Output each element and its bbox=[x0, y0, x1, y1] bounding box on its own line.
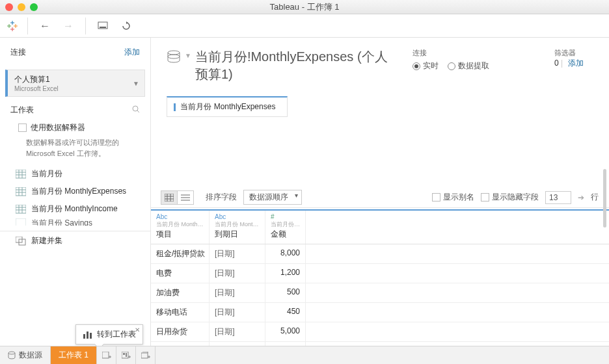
svg-rect-53 bbox=[141, 353, 148, 358]
sheet-grid-icon bbox=[16, 170, 26, 179]
table-row[interactable]: 移动电话[日期]450 bbox=[151, 303, 609, 322]
cell: 租金/抵押贷款 bbox=[151, 244, 210, 263]
list-icon bbox=[181, 194, 190, 202]
grid-header: Abc 当前月份 Monthly... 项目 Abc 当前月份 Monthly.… bbox=[151, 211, 609, 244]
new-worksheet-icon bbox=[102, 352, 111, 359]
presentation-button[interactable] bbox=[94, 17, 112, 35]
column-header[interactable]: # 当前月份 M... 金额 bbox=[265, 211, 306, 244]
go-to-sheet-tooltip[interactable]: 转到工作表 ✕ bbox=[75, 324, 143, 344]
sheet-tab[interactable]: 工作表 1 bbox=[51, 346, 97, 364]
zoom-window-button[interactable] bbox=[30, 3, 38, 11]
svg-rect-9 bbox=[100, 27, 106, 28]
sheet-item[interactable]: 当前月份 MonthlyExpenses bbox=[0, 183, 150, 200]
live-radio[interactable]: 实时 bbox=[413, 60, 439, 72]
sheet-item[interactable]: 当前月份 bbox=[0, 165, 150, 183]
sheet-grid-icon bbox=[16, 205, 26, 214]
new-union-label: 新建并集 bbox=[31, 235, 62, 246]
back-button[interactable]: ← bbox=[36, 17, 54, 35]
datasource-title[interactable]: 当前月份!MonthlyExpenses (个人预算1) bbox=[195, 48, 399, 83]
new-dashboard-icon bbox=[122, 352, 131, 359]
svg-rect-50 bbox=[126, 353, 127, 357]
tableau-logo-icon bbox=[5, 19, 20, 33]
table-row[interactable]: 日用杂货[日期]5,000 bbox=[151, 322, 609, 342]
column-header[interactable]: Abc 当前月份 Monthly... 到期日 bbox=[210, 211, 265, 244]
refresh-button[interactable] bbox=[117, 17, 135, 35]
new-story-button[interactable] bbox=[136, 346, 156, 364]
arrow-right-icon: → bbox=[63, 20, 74, 32]
sort-label: 排序字段 bbox=[206, 192, 237, 203]
sidebar: 连接 添加 个人预算1 Microsoft Excel ▼ 工作表 使用数据解释… bbox=[0, 38, 151, 346]
cell: [日期] bbox=[210, 322, 265, 341]
connection-item[interactable]: 个人预算1 Microsoft Excel ▼ bbox=[5, 70, 145, 97]
svg-rect-17 bbox=[16, 187, 26, 196]
list-view-button[interactable] bbox=[177, 190, 194, 205]
table-row[interactable]: 电费[日期]1,200 bbox=[151, 264, 609, 283]
field-source: 当前月份 Monthly... bbox=[215, 220, 260, 229]
column-header[interactable]: Abc 当前月份 Monthly... 项目 bbox=[151, 211, 210, 244]
cell: 1,200 bbox=[265, 264, 306, 283]
show-alias-toggle[interactable]: 显示别名 bbox=[432, 192, 474, 203]
svg-point-31 bbox=[168, 55, 180, 58]
grid-toolbar: 排序字段 数据源顺序 显示别名 显示隐藏字段 13 ➔ 行 bbox=[151, 187, 609, 208]
tooltip-label: 转到工作表 bbox=[97, 329, 136, 340]
cell: [日期] bbox=[210, 244, 265, 263]
svg-rect-41 bbox=[83, 334, 85, 339]
forward-button[interactable]: → bbox=[59, 17, 77, 35]
sort-dropdown[interactable]: 数据源顺序 bbox=[243, 190, 302, 205]
close-icon[interactable]: ✕ bbox=[135, 326, 140, 333]
svg-point-10 bbox=[133, 106, 138, 111]
canvas-table-box[interactable]: 当前月份 MonthlyExpenses bbox=[167, 96, 288, 117]
scrollbar[interactable] bbox=[603, 169, 606, 228]
show-hidden-toggle[interactable]: 显示隐藏字段 bbox=[481, 192, 539, 203]
rows-label: 行 bbox=[591, 192, 599, 203]
new-worksheet-button[interactable] bbox=[97, 346, 116, 364]
cell: 8,000 bbox=[265, 244, 306, 263]
chevron-down-icon[interactable]: ▼ bbox=[185, 52, 191, 59]
arrow-left-icon: ← bbox=[40, 20, 50, 32]
connection-mode-label: 连接 bbox=[413, 48, 489, 58]
union-icon bbox=[16, 237, 26, 246]
sheets-label: 工作表 bbox=[10, 105, 34, 116]
search-icon[interactable] bbox=[132, 105, 140, 115]
sheet-grid-icon bbox=[16, 187, 26, 196]
checkbox-icon bbox=[481, 193, 489, 202]
canvas-table-label: 当前月份 MonthlyExpenses bbox=[180, 102, 275, 111]
svg-rect-49 bbox=[123, 353, 125, 355]
new-dashboard-button[interactable] bbox=[116, 346, 136, 364]
cell: 450 bbox=[265, 303, 306, 322]
grid-view-button[interactable] bbox=[161, 190, 178, 205]
cell: [日期] bbox=[210, 303, 265, 322]
add-filter-link[interactable]: 添加 bbox=[568, 58, 584, 68]
row-count-input[interactable]: 13 bbox=[545, 191, 571, 204]
sheet-item[interactable]: 当前月份 MonthlyIncome bbox=[0, 200, 150, 218]
field-type-icon: # bbox=[271, 213, 300, 220]
new-union-button[interactable]: 新建并集 bbox=[0, 231, 150, 250]
svg-line-11 bbox=[137, 110, 139, 112]
minimize-window-button[interactable] bbox=[18, 3, 25, 11]
canvas[interactable]: 当前月份 MonthlyExpenses bbox=[151, 90, 609, 187]
field-source: 当前月份 Monthly... bbox=[156, 220, 204, 229]
connection-name: 个人预算1 bbox=[14, 74, 128, 85]
sheet-item[interactable]: 当前月份 Savings bbox=[0, 218, 150, 226]
chevron-down-icon: ▼ bbox=[133, 80, 139, 87]
datasource-tab[interactable]: 数据源 bbox=[0, 346, 51, 364]
bottom-tabs: 数据源 工作表 1 bbox=[0, 346, 609, 364]
extract-radio[interactable]: 数据提取 bbox=[448, 60, 489, 72]
connection-type: Microsoft Excel bbox=[14, 85, 128, 92]
cell: 日用杂货 bbox=[151, 322, 210, 341]
cell: 500 bbox=[265, 283, 306, 302]
data-interpreter-toggle[interactable]: 使用数据解释器 bbox=[0, 120, 150, 137]
field-name: 到期日 bbox=[215, 229, 260, 240]
table-row[interactable]: 加油费[日期]500 bbox=[151, 283, 609, 303]
svg-rect-32 bbox=[174, 103, 176, 111]
svg-point-44 bbox=[8, 352, 15, 354]
table-row[interactable]: 租金/抵押贷款[日期]8,000 bbox=[151, 244, 609, 264]
radio-unchecked-icon bbox=[448, 62, 455, 70]
add-connection-link[interactable]: 添加 bbox=[124, 47, 140, 58]
cell: 5,000 bbox=[265, 322, 306, 341]
close-window-button[interactable] bbox=[5, 3, 13, 11]
svg-rect-33 bbox=[165, 194, 174, 202]
field-name: 金额 bbox=[271, 229, 300, 240]
radio-checked-icon bbox=[413, 62, 420, 70]
cell: 加油费 bbox=[151, 283, 210, 302]
